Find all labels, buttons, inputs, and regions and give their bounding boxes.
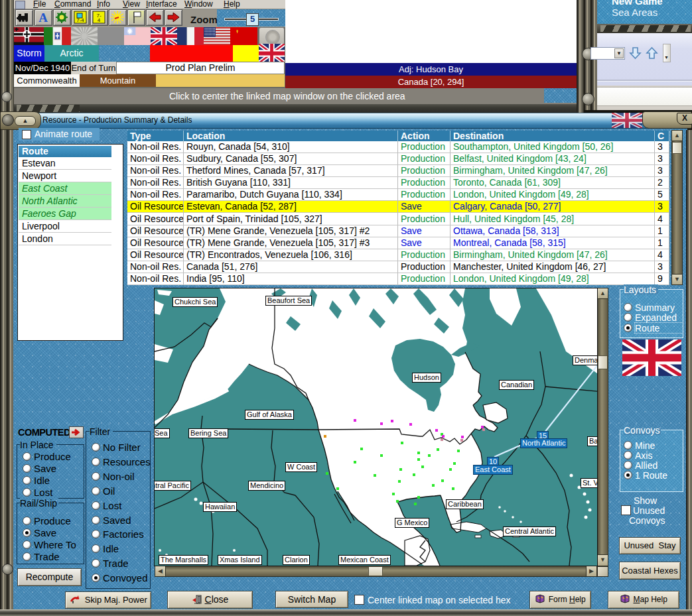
svg-text:4: 4 [98,17,101,23]
svg-text:A: A [38,11,48,25]
svg-text:7-4: 7-4 [76,17,84,23]
